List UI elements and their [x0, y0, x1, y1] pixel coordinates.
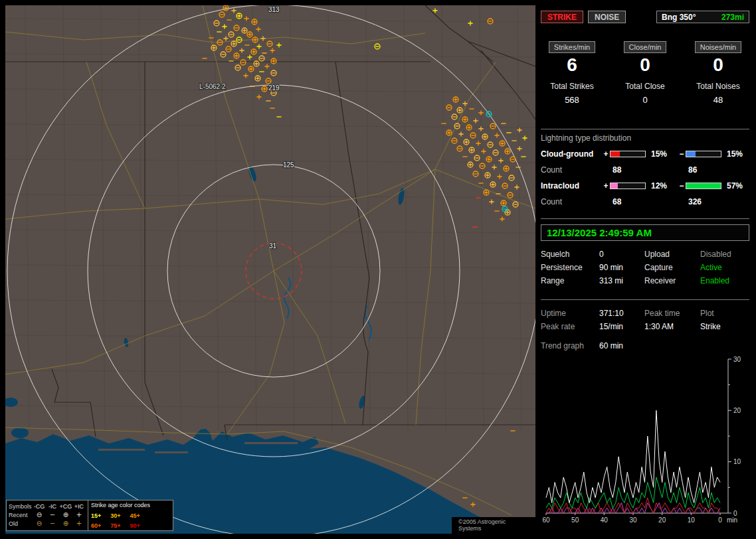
rate-column: Noises/min 0 Total Noises 48 — [687, 41, 749, 105]
separator — [541, 299, 749, 300]
separator — [541, 129, 749, 129]
y-axis-tick-label: 0 — [733, 510, 737, 517]
positive-bar — [610, 183, 646, 189]
distribution-type-label: Cloud-ground — [541, 149, 602, 159]
legend-strike-symbol: + — [72, 512, 86, 518]
uptime-label: Uptime — [541, 309, 599, 318]
peak-time-value: 1:30 AM — [644, 322, 700, 331]
trend-graph: 30201006050403020100min — [539, 354, 751, 532]
count-row: Count 88 86 — [539, 165, 751, 175]
noise-button[interactable]: NOISE — [588, 11, 626, 23]
positive-bar — [610, 151, 646, 157]
distribution-header: Lightning type distribution — [539, 133, 751, 143]
legend-symbols-header: Symbols — [9, 503, 33, 510]
legend-row-label: Recent — [9, 512, 33, 518]
trend-series-strikes — [546, 410, 720, 502]
legend-strike-symbol: − — [46, 520, 59, 527]
minus-sign: − — [678, 149, 686, 159]
x-axis-tick-label: 60 — [542, 516, 550, 524]
strike-button[interactable]: STRIKE — [541, 11, 583, 23]
x-axis-tick-label: 20 — [658, 516, 666, 524]
distribution-type-label: Intracloud — [541, 181, 602, 191]
bearing-display: Bng 350° 273mi — [656, 11, 749, 23]
copyright-text: ©2005 Astrogenic Systems — [452, 517, 535, 534]
rate-section: Strikes/min 6 Total Strikes 568 Close/mi… — [539, 41, 751, 105]
legend-column-header: +IC — [72, 503, 86, 510]
distribution-section: Cloud-ground + 15% − 15% Count 88 86 Int… — [539, 149, 751, 206]
trend-series-noises — [546, 498, 720, 513]
trend-graph-label: Trend graph — [541, 341, 599, 350]
legend-strike-symbol: ⊕ — [59, 512, 72, 518]
x-axis-unit-label: min — [727, 516, 737, 524]
total-label: Total Strikes — [550, 82, 593, 91]
rate-value: 0 — [640, 55, 650, 75]
y-axis-tick-label: 10 — [733, 458, 741, 465]
rate-box[interactable]: Noises/min — [695, 41, 741, 53]
settings-grid: Squelch 0 Upload DisabledPersistence 90 … — [539, 248, 751, 287]
ring-distance-label: 31 — [269, 242, 277, 250]
age-code: 45+ — [130, 512, 140, 519]
ring-distance-label: 313 — [268, 6, 280, 13]
control-panel: STRIKE NOISE Bng 350° 273mi Strikes/min … — [539, 5, 751, 534]
uptime-value: 371:10 — [599, 309, 644, 318]
minus-sign: − — [678, 181, 686, 191]
negative-count: 86 — [678, 165, 744, 175]
bearing-label: Bng 350° — [662, 13, 696, 22]
rate-box[interactable]: Strikes/min — [549, 41, 595, 53]
positive-count: 88 — [602, 165, 678, 175]
total-label: Total Close — [625, 82, 664, 91]
map-legend: Symbols-CG-IC+CG+ICRecent⊖−⊕+Old⊖−⊕+ Str… — [6, 500, 173, 531]
legend-strike-symbol: ⊖ — [33, 512, 46, 518]
total-label: Total Noises — [696, 82, 739, 91]
x-axis-tick-label: 40 — [601, 516, 609, 524]
setting-label: Persistence — [541, 263, 599, 272]
y-axis-tick-label: 30 — [733, 356, 741, 363]
legend-column-header: +CG — [59, 503, 72, 510]
setting-label: Range — [541, 276, 599, 285]
legend-row-label: Old — [9, 520, 33, 527]
plus-sign: + — [602, 149, 610, 159]
separator — [541, 218, 749, 219]
positive-count: 68 — [602, 197, 678, 206]
radar-map[interactable]: 31321912531L-5062 2 Symbols-CG-IC+CG+ICR… — [5, 5, 535, 534]
legend-strike-symbol: + — [72, 520, 86, 527]
trend-window-value: 60 min — [599, 341, 644, 350]
bearing-range: 273mi — [721, 13, 744, 22]
distribution-row: Intracloud + 12% − 57% — [539, 181, 751, 191]
setting-value: 313 mi — [599, 276, 644, 285]
age-codes-header: Strike age color codes — [91, 502, 170, 508]
total-value: 568 — [565, 95, 579, 105]
plus-sign: + — [602, 181, 610, 191]
setting-status: Disabled — [700, 250, 749, 259]
negative-count: 326 — [678, 197, 744, 206]
rate-column: Strikes/min 6 Total Strikes 568 — [541, 41, 603, 105]
legend-symbols: Symbols-CG-IC+CG+ICRecent⊖−⊕+Old⊖−⊕+ — [7, 501, 88, 530]
positive-percent: 15% — [648, 149, 678, 159]
negative-percent: 15% — [724, 149, 745, 159]
rate-value: 0 — [713, 55, 723, 75]
setting-value: 90 min — [599, 263, 644, 272]
setting-label: Capture — [644, 263, 700, 272]
setting-label: Squelch — [541, 250, 599, 259]
peak-rate-label: Peak rate — [541, 322, 599, 331]
setting-value: 0 — [599, 250, 644, 259]
peak-rate-value: 15/min — [599, 322, 644, 331]
ring-distance-label: 125 — [283, 161, 294, 169]
negative-bar — [686, 183, 721, 189]
trend-label-row: Trend graph 60 min — [539, 341, 751, 350]
top-button-row: STRIKE NOISE Bng 350° 273mi — [539, 11, 751, 23]
plot-value: Strike — [700, 322, 749, 331]
negative-percent: 57% — [724, 181, 745, 191]
age-code: 75+ — [110, 522, 120, 529]
peak-time-label: Peak time — [644, 309, 700, 318]
x-axis-tick-label: 30 — [629, 516, 637, 524]
rate-box[interactable]: Close/min — [624, 41, 667, 53]
ring-distance-label: 219 — [268, 84, 280, 92]
x-axis-tick-label: 10 — [688, 516, 696, 524]
setting-status: Enabled — [700, 276, 749, 285]
age-code: 60+ — [91, 522, 101, 529]
setting-label: Upload — [644, 250, 700, 259]
age-code: 30+ — [110, 512, 120, 519]
y-axis-tick-label: 20 — [733, 407, 741, 414]
count-label: Count — [541, 197, 602, 206]
